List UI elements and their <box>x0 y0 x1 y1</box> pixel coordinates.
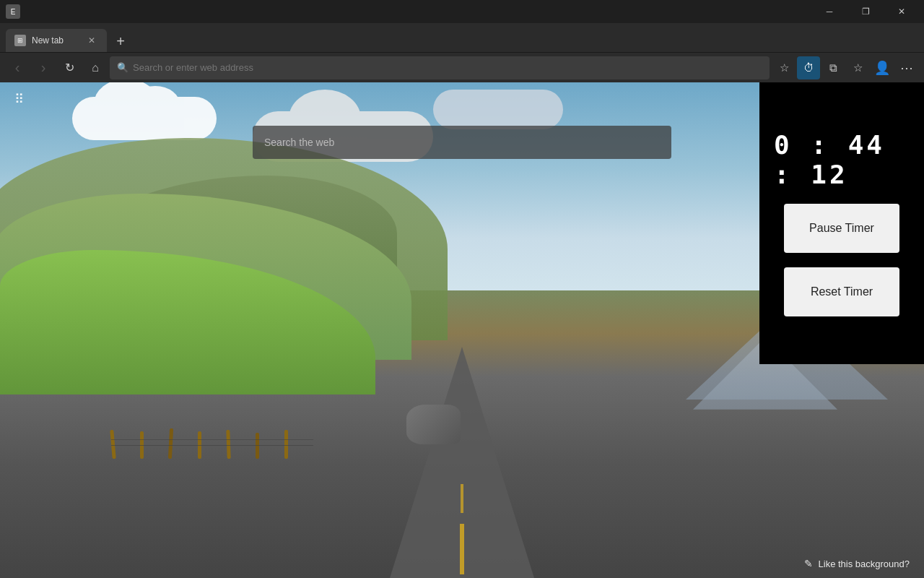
top-left-icons: ⠿ <box>14 91 24 107</box>
nav-right-icons: ☆ ⏱ ⧉ ☆ 👤 ⋯ <box>772 56 918 79</box>
search-input[interactable] <box>253 126 671 159</box>
home-button[interactable]: ⌂ <box>84 56 107 79</box>
tab-favicon: ⊞ <box>14 35 26 46</box>
tab-title: New tab <box>32 35 79 46</box>
active-tab[interactable]: ⊞ New tab ✕ <box>6 29 107 52</box>
reset-timer-button[interactable]: Reset Timer <box>784 267 899 316</box>
timer-display: 0 : 44 : 12 <box>774 130 910 189</box>
window-controls: ─ ❐ ✕ <box>813 0 918 23</box>
browser-logo: E <box>6 4 20 19</box>
forward-button[interactable]: › <box>32 56 55 79</box>
edit-icon: ✎ <box>804 558 813 569</box>
tab-close-button[interactable]: ✕ <box>85 34 98 47</box>
search-box-wrap <box>253 126 671 159</box>
favorites-star-button[interactable]: ☆ <box>772 56 796 79</box>
nav-bar: ‹ › ↻ ⌂ 🔍 ☆ ⏱ ⧉ ☆ 👤 ⋯ <box>0 52 924 82</box>
collections-button[interactable]: ☆ <box>846 56 869 79</box>
address-input[interactable] <box>133 62 762 73</box>
title-bar: E ─ ❐ ✕ <box>0 0 924 23</box>
restore-button[interactable]: ❐ <box>849 0 882 23</box>
apps-grid-button[interactable]: ⠿ <box>14 91 24 107</box>
back-button[interactable]: ‹ <box>6 56 29 79</box>
close-button[interactable]: ✕ <box>885 0 918 23</box>
new-tab-button[interactable]: + <box>110 30 131 52</box>
profile-button[interactable]: 👤 <box>871 56 894 79</box>
main-content: ⠿ ⚙ ✎ Like this background? 0 : 44 : 12 … <box>0 82 924 578</box>
pause-timer-button[interactable]: Pause Timer <box>784 204 899 253</box>
address-search-icon: 🔍 <box>117 62 128 73</box>
extensions-button[interactable]: ⧉ <box>821 56 845 79</box>
minimize-button[interactable]: ─ <box>813 0 846 23</box>
address-bar-container: 🔍 <box>110 56 770 79</box>
timer-popup: 0 : 44 : 12 Pause Timer Reset Timer <box>759 82 924 364</box>
timer-extension-button[interactable]: ⏱ <box>797 56 820 79</box>
background-label: Like this background? <box>819 558 910 569</box>
menu-button[interactable]: ⋯ <box>895 56 918 79</box>
refresh-button[interactable]: ↻ <box>58 56 81 79</box>
background-credit[interactable]: ✎ Like this background? <box>804 558 910 569</box>
tab-bar: ⊞ New tab ✕ + <box>0 23 924 52</box>
